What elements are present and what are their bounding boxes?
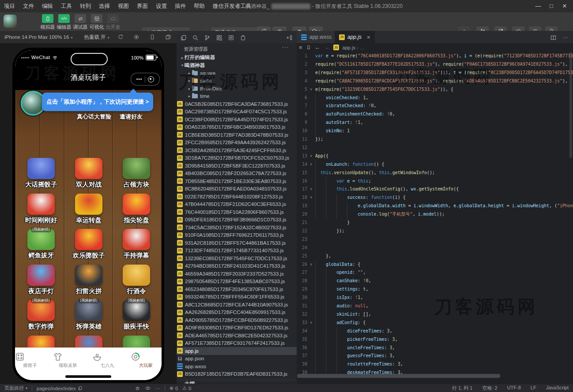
phone-tab-摇骰子[interactable]: 摇骰子 — [15, 351, 45, 369]
menu-item-转到[interactable]: 转到 — [76, 0, 95, 12]
tab-app.wxss[interactable]: app.wxss — [297, 31, 336, 43]
game-item[interactable]: 行酒令 — [113, 265, 160, 295]
game-item[interactable]: 大话摇骰子 — [18, 158, 64, 189]
file-row[interactable]: JS3D95841585D172BF5BF3EC1228707533.js — [177, 162, 297, 170]
menu-item-界面[interactable]: 界面 — [133, 0, 152, 12]
file-row[interactable]: {..}app.json — [177, 355, 297, 363]
split-editor-icon[interactable] — [549, 34, 557, 41]
error-count[interactable]: ⊗0 — [170, 385, 178, 391]
menu-item-工具[interactable]: 工具 — [57, 0, 76, 12]
add-miniprogram-banner[interactable]: 点击「添加小程序」，下次访问更便捷 > — [42, 93, 153, 111]
close-tab-icon[interactable]: × — [367, 34, 370, 41]
status-more-icon[interactable]: ··· — [155, 386, 160, 391]
preview-eye-icon[interactable] — [145, 385, 151, 391]
file-row[interactable]: JSAF571E7385D172BFC9317674F2417533.js — [177, 340, 297, 347]
collapse-sidebar-icon[interactable] — [285, 34, 293, 41]
folder-row[interactable]: ▸square — [177, 69, 297, 77]
game-item[interactable]: 双人对战 — [65, 158, 112, 189]
outline-section[interactable]: ▸大纲 — [177, 380, 297, 384]
game-item[interactable]: (视频解锁)数字炸弹 — [18, 300, 64, 331]
phone-tab-七八九[interactable]: 七八九 — [92, 351, 123, 369]
file-row[interactable]: JS76C4400185D172BF10A22806F8607533.js — [177, 208, 297, 216]
file-row[interactable]: JS1CB5EBD385D172BF7AD383D478B07533.js — [177, 131, 297, 139]
toggle-云开发[interactable]: 云开发 — [104, 14, 122, 30]
game-item[interactable]: 手持弹幕 — [113, 229, 160, 260]
copy-icon[interactable] — [78, 386, 83, 391]
vertical-scrollbar[interactable] — [569, 52, 572, 158]
file-row[interactable]: JS42764BD385D172BF241023D41C417533.js — [177, 262, 297, 270]
more-dots-icon[interactable]: ••• — [136, 77, 143, 82]
tree-row[interactable]: ▸打开的编辑器 — [177, 54, 297, 62]
fold-chevron-icon[interactable]: ∨ — [309, 319, 314, 327]
package-icon[interactable] — [239, 34, 247, 41]
toggle-模拟器[interactable]: 模拟器 — [39, 14, 57, 30]
warning-count[interactable]: ⚠0 — [182, 385, 191, 391]
game-item[interactable]: 扫雷火拼 — [65, 265, 112, 295]
device-select[interactable]: iPhone 14 Pro Max 100% 16▾ — [4, 34, 72, 40]
file-row[interactable]: JS47B0444785D172BF21D62C40C3EF6533.js — [177, 201, 297, 209]
close-button[interactable]: ✕ — [558, 0, 571, 12]
folder-row[interactable]: ▸time — [177, 93, 297, 101]
file-row[interactable]: JS931A2C8185D172BFF57C44861BA17533.js — [177, 239, 297, 247]
screen-record-icon[interactable] — [133, 34, 139, 40]
phone-tab-领取皮肤[interactable]: 领取皮肤 — [53, 351, 83, 369]
game-item[interactable]: 幸运转盘 — [65, 194, 112, 224]
explorer-more-icon[interactable]: ··· — [282, 44, 289, 50]
bookmark-icon[interactable] — [306, 45, 311, 50]
file-row[interactable]: app.wxss — [177, 362, 297, 370]
file-row[interactable]: JS095DFE6185D172BF6F3B9666D1C07533.js — [177, 216, 297, 224]
menu-item-设置[interactable]: 设置 — [152, 0, 171, 12]
debug-icon[interactable] — [135, 385, 140, 391]
file-row[interactable]: JS3D1BA7C285D172BF5B7DCFC52C507533.js — [177, 154, 297, 162]
user-avatar[interactable] — [4, 15, 17, 28]
restart-simulator-icon[interactable] — [117, 34, 124, 40]
detach-window-icon[interactable] — [165, 34, 171, 40]
tab-app.js[interactable]: JSapp.js× — [335, 31, 375, 43]
files-icon[interactable] — [179, 34, 187, 41]
file-row[interactable]: JSB5D182F185D172BFD3B7EAF6D8317533.js — [177, 370, 297, 378]
game-item[interactable]: (视频解锁)鳄鱼拔牙 — [18, 229, 64, 260]
file-row[interactable]: JSAAD9055785D172BFCCBF6D50B9227533.js — [177, 316, 297, 324]
file-row[interactable]: JSAD9FB93085D172BFCBF9D137ED627533.js — [177, 324, 297, 332]
project-root[interactable]: ▾喝酒神器 — [177, 62, 297, 70]
game-item[interactable]: 指尖轮盘 — [113, 194, 160, 224]
file-row[interactable]: JS4B403BC085D172BF2D2653C78A727533.js — [177, 170, 297, 178]
file-row[interactable]: JS0DA5235785D172BF6BC34B5039017533.js — [177, 123, 297, 131]
minimize-target-icon[interactable] — [148, 76, 154, 82]
source-control-icon[interactable] — [203, 34, 211, 41]
menu-item-帮助[interactable]: 帮助 — [190, 0, 209, 12]
file-row[interactable]: JS022E782785D172BF644810208F127533.js — [177, 193, 297, 201]
game-item[interactable]: (视频解锁)眼疾手快 — [113, 300, 160, 331]
fold-chevron-icon[interactable]: ∨ — [309, 86, 314, 94]
file-row[interactable]: JS734C5AC385D172BF152A32C4B0027533.js — [177, 224, 297, 231]
toggle-可视化[interactable]: 可视化 — [88, 14, 106, 30]
file-row[interactable]: JS0AC2987385D172BF6CA4F074C5C17533.js — [177, 108, 297, 116]
fold-chevron-icon[interactable]: ∨ — [309, 161, 314, 169]
menu-item-视图[interactable]: 视图 — [114, 0, 133, 12]
menu-item-项目[interactable]: 项目 — [0, 0, 19, 12]
code-editor[interactable]: ≡ ← → JS app.js › … 1var e = require("76… — [297, 43, 573, 384]
indentation-setting[interactable]: 空格: 2 — [482, 385, 497, 392]
search-icon[interactable] — [191, 34, 199, 41]
toggle-调试器[interactable]: 调试器 — [72, 14, 89, 30]
fold-chevron-icon[interactable]: ∨ — [309, 152, 314, 161]
fold-chevron-icon[interactable]: ∨ — [309, 261, 314, 269]
minimize-button[interactable]: — — [532, 0, 545, 12]
nav-back-icon[interactable]: ← — [315, 44, 320, 51]
truth-dare-label[interactable]: 真心话大冒险 — [77, 113, 111, 121]
file-row[interactable]: JS2987505485D172BF4FE13853ABC07533.js — [177, 278, 297, 286]
toggle-编辑器[interactable]: </>编辑器 — [55, 14, 73, 30]
fold-chevron-icon[interactable]: ∨ — [309, 194, 314, 202]
file-row[interactable]: JSADEA465785D172BFCB8C2E5042327533.js — [177, 332, 297, 340]
code-area[interactable]: 1var e = require("76C4400185D172BF10A228… — [297, 52, 573, 384]
game-item[interactable]: 占领方块 — [113, 158, 160, 189]
encoding-setting[interactable]: UTF-8 — [507, 385, 521, 392]
file-row[interactable]: JS2FCC2B9585D172BF49AA439262427533.js — [177, 139, 297, 147]
invite-friends-label[interactable]: 邀请好友 — [120, 113, 143, 121]
maximize-button[interactable]: □ — [545, 0, 558, 12]
file-row[interactable]: JS13239EC085D172BF7545F6C7DDC17533.js — [177, 254, 297, 262]
game-item[interactable]: 欢乐掷骰子 — [65, 229, 112, 260]
file-row[interactable]: JS3C582A4285D172BF5A3E4245FCFF6533.js — [177, 146, 297, 154]
menu-item-编辑[interactable]: 编辑 — [38, 0, 57, 12]
game-item[interactable]: 时间刚刚好 — [18, 194, 64, 224]
